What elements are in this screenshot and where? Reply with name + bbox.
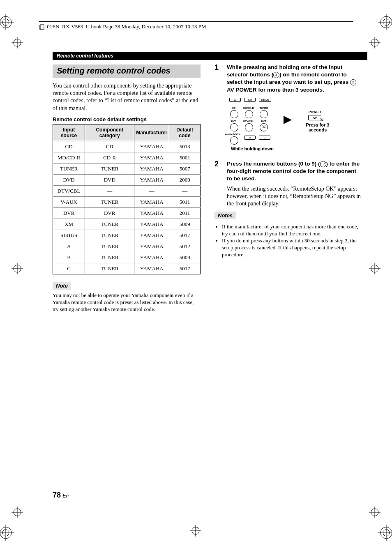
th-component-category: Component category xyxy=(85,124,134,141)
caption-holding: While holding down xyxy=(224,146,281,151)
step-2-number: 2 xyxy=(214,160,222,207)
table-cell: TUNER xyxy=(85,241,134,252)
registration-mark-icon xyxy=(0,14,14,30)
lbl-dvd: DVD xyxy=(228,120,239,122)
page-number: 78 En xyxy=(53,491,69,500)
table-cell: 2000 xyxy=(169,174,201,185)
table-cell: DVR xyxy=(53,207,85,219)
table-cell: 5009 xyxy=(169,219,201,230)
table-cell: YAMAHA xyxy=(134,196,169,207)
table-cell: 5011 xyxy=(169,196,201,207)
step-2-plain: When the setting succeeds, “RemoteSetup … xyxy=(227,185,362,208)
lbl-mdcdr: MD/CD-R xyxy=(242,107,256,109)
print-header-text: 01EN_RX-V563_U.book Page 78 Monday, Dece… xyxy=(47,23,206,30)
crop-mark-icon xyxy=(12,507,23,518)
circle-tuner xyxy=(260,110,268,118)
table-row: V-AUXTUNERYAMAHA5011 xyxy=(53,196,201,207)
btn-sirius: SIRIUS xyxy=(259,98,271,102)
btn-b: B xyxy=(244,136,256,140)
step-1-body: While pressing and holding one of the in… xyxy=(227,64,362,94)
table-cell: TUNER xyxy=(85,230,134,241)
table-cell: 5017 xyxy=(169,263,201,274)
table-cell: TUNER xyxy=(85,196,134,207)
table-row: ATUNERYAMAHA5012 xyxy=(53,241,201,252)
table-cell: YAMAHA xyxy=(134,174,169,185)
table-cell: B xyxy=(53,252,85,263)
table-cell: XM xyxy=(53,219,85,230)
finger-press-icon xyxy=(319,117,325,122)
table-cell: YAMAHA xyxy=(134,230,169,241)
step-2-body: Press the numeric buttons (0 to 9) (17) … xyxy=(227,160,362,207)
circle-cd xyxy=(230,110,238,118)
table-cell: YAMAHA xyxy=(134,141,169,152)
table-row: DVRDVRYAMAHA2011 xyxy=(53,207,201,219)
remote-codes-table: Input source Component category Manufact… xyxy=(53,124,201,274)
intro-paragraph: You can control other components by sett… xyxy=(53,82,201,112)
table-cell: — xyxy=(134,185,169,196)
circle-dvd xyxy=(230,123,238,131)
table-row: TUNERTUNERYAMAHA5007 xyxy=(53,163,201,174)
table-cell: YAMAHA xyxy=(134,152,169,163)
table-cell: YAMAHA xyxy=(134,252,169,263)
table-cell: A xyxy=(53,241,85,252)
note-block: Note You may not be able to operate your… xyxy=(53,282,201,313)
table-cell: CD xyxy=(85,141,134,152)
step-1-number: 1 xyxy=(214,64,222,94)
btn-c: C xyxy=(259,136,270,140)
th-default-code: Default code xyxy=(169,124,201,141)
table-row: DTV/CBL——— xyxy=(53,185,201,196)
registration-mark-icon xyxy=(0,525,14,541)
table-cell: 5013 xyxy=(169,141,201,152)
btn-a: A xyxy=(229,98,241,102)
table-cell: DVD xyxy=(53,174,85,185)
lbl-cd: CD xyxy=(229,107,238,109)
print-header: 01EN_RX-V563_U.book Page 78 Monday, Dece… xyxy=(39,21,353,30)
lbl-tuner: TUNER xyxy=(258,107,270,109)
table-cell: TUNER xyxy=(85,263,134,274)
page-number-value: 78 xyxy=(53,491,61,499)
av-power-label: AV POWER xyxy=(227,87,257,93)
registration-mark-icon xyxy=(378,525,392,541)
notes-list: If the manufacturer of your component ha… xyxy=(214,223,362,258)
table-cell: — xyxy=(85,185,134,196)
crop-mark-icon xyxy=(369,507,380,518)
list-item: If the manufacturer of your component ha… xyxy=(222,223,362,237)
table-cell: YAMAHA xyxy=(134,163,169,174)
table-cell: — xyxy=(169,185,201,196)
table-cell: 5007 xyxy=(169,163,201,174)
right-column: 1 While pressing and holding one of the … xyxy=(214,64,362,317)
list-item: If you do not press any buttons within 3… xyxy=(222,237,362,258)
table-cell: TUNER xyxy=(85,163,134,174)
crop-mark-icon xyxy=(190,525,201,537)
lbl-vaux: V-AUX/DOCK xyxy=(224,133,241,136)
table-cell: 5012 xyxy=(169,241,201,252)
finger-press-icon xyxy=(260,124,267,131)
table-cell: YAMAHA xyxy=(134,207,169,219)
caption-press: Press for 3 seconds xyxy=(299,122,336,132)
crop-mark-icon xyxy=(369,37,380,48)
crop-mark-icon xyxy=(12,37,23,48)
table-row: CDCDYAMAHA5013 xyxy=(53,141,201,152)
lbl-power: POWER xyxy=(307,110,323,114)
table-row: SIRIUSTUNERYAMAHA5017 xyxy=(53,230,201,241)
table-cell: V-AUX xyxy=(53,196,85,207)
section-bar-text: Remote control features xyxy=(57,53,113,59)
table-cell: TUNER xyxy=(53,163,85,174)
remote-diagram: A XM SIRIUS CD MD/CD-R TUNER DVD DTV/CBL… xyxy=(226,98,362,155)
th-manufacturer: Manufacturer xyxy=(134,124,169,141)
notes-block: Notes If the manufacturer of your compon… xyxy=(214,212,362,258)
page-heading: Setting remote control codes xyxy=(53,64,201,78)
note-text: You may not be able to operate your Yama… xyxy=(53,292,201,313)
lbl-dvr: DVR xyxy=(259,120,269,122)
circled-17-icon: 17 xyxy=(320,161,326,167)
table-cell: 5001 xyxy=(169,152,201,163)
table-cell: TUNER xyxy=(85,219,134,230)
step-1: 1 While pressing and holding one of the … xyxy=(214,64,362,94)
section-bar: Remote control features xyxy=(53,52,367,60)
table-row: BTUNERYAMAHA5009 xyxy=(53,252,201,263)
table-cell: SIRIUS xyxy=(53,230,85,241)
table-cell: 5009 xyxy=(169,252,201,263)
table-cell: DTV/CBL xyxy=(53,185,85,196)
table-cell: YAMAHA xyxy=(134,263,169,274)
table-cell: CD xyxy=(53,141,85,152)
